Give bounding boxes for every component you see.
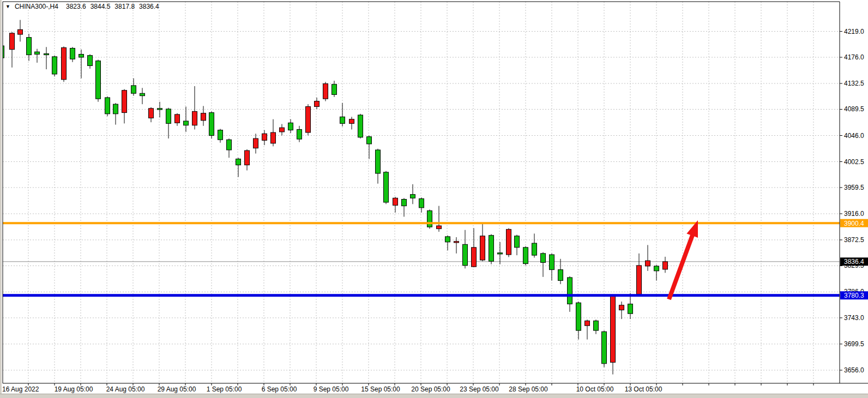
candle-up (384, 172, 389, 202)
candle-up (427, 210, 432, 227)
date-label: 29 Aug 05:00 (158, 385, 196, 393)
date-label: 24 Aug 05:00 (106, 385, 145, 393)
date-label: 9 Sep 05:00 (314, 385, 349, 393)
candle-down (18, 29, 23, 34)
candle-up (131, 86, 136, 93)
candle-down (619, 305, 624, 310)
candle-down (472, 248, 477, 267)
candle-down (323, 84, 328, 99)
candle-down (271, 132, 276, 143)
symbol-ohlc-header: ▼ CHINA300-,H4 3823.6 3844.5 3817.8 3836… (5, 3, 164, 10)
candlestick-chart-canvas[interactable]: 4219.04176.04132.54089.54046.04002.53959… (0, 0, 868, 398)
candle-up (445, 237, 450, 242)
price-tick-label: 3699.5 (844, 340, 864, 348)
candle-up (498, 253, 503, 254)
candle-down (245, 150, 250, 165)
current-price-line-badge-label: 3836.4 (844, 258, 864, 266)
candle-up (218, 130, 223, 140)
candle-up (288, 123, 293, 130)
date-label: 15 Sep 05:00 (361, 385, 400, 393)
price-tick-label: 4132.5 (844, 80, 864, 87)
price-tick-label: 4176.0 (844, 53, 864, 61)
candle-up (209, 113, 214, 136)
support-line-badge-label: 3780.3 (844, 292, 864, 299)
candle-up (297, 129, 302, 139)
candle-up (236, 159, 241, 165)
candle-up (113, 104, 118, 114)
candle-down (315, 101, 320, 107)
candle-up (402, 200, 407, 206)
candle-up (0, 46, 4, 58)
candle-up (88, 56, 93, 66)
resistance-line-badge-label: 3900.4 (844, 220, 864, 227)
date-label: 16 Aug 2022 (2, 385, 39, 393)
candle-up (340, 117, 345, 123)
candle-up (105, 98, 110, 114)
price-tick-label: 3959.5 (844, 184, 864, 191)
chart-window: 4219.04176.04132.54089.54046.04002.53959… (0, 0, 868, 398)
candle-up (332, 85, 337, 95)
candle-down (646, 261, 650, 266)
low-value: 3817.8 (114, 3, 135, 10)
candle-down (663, 262, 668, 269)
candle-up (654, 266, 659, 271)
candle-down (507, 230, 511, 255)
price-tick-label: 3916.0 (844, 210, 864, 218)
window-bottom-edge (0, 394, 868, 398)
candle-down (454, 242, 459, 243)
candle-down (122, 91, 127, 113)
candle-up (568, 278, 572, 304)
candle-up (367, 137, 372, 144)
candle-down (201, 113, 206, 120)
candles-layer[interactable] (0, 20, 668, 375)
candle-up (44, 53, 49, 55)
candle-up (489, 236, 494, 261)
candle-up (515, 236, 520, 248)
date-label: 20 Sep 05:00 (411, 385, 450, 393)
chevron-down-icon[interactable]: ▼ (5, 3, 10, 10)
candle-up (523, 248, 528, 264)
date-label: 19 Aug 05:00 (55, 385, 93, 393)
candle-up (628, 304, 633, 314)
candle-up (52, 57, 57, 74)
candle-up (463, 244, 468, 266)
candle-down (262, 134, 267, 140)
candle-up (35, 52, 40, 54)
date-label: 10 Oct 05:00 (576, 385, 614, 393)
candle-down (349, 119, 354, 124)
date-label: 13 Oct 05:00 (625, 385, 662, 393)
candle-up (576, 303, 581, 330)
candle-down (149, 108, 154, 118)
candle-down (280, 128, 285, 132)
symbol-label: CHINA300-,H4 (15, 3, 58, 10)
candle-up (550, 255, 554, 270)
candle-up (184, 121, 189, 125)
candle-down (611, 296, 616, 363)
candle-down (437, 226, 442, 229)
candle-down (393, 198, 398, 205)
candle-up (411, 195, 415, 198)
price-tick-label: 4046.0 (844, 132, 864, 140)
candle-up (96, 61, 101, 99)
candle-down (192, 111, 197, 125)
candle-up (558, 270, 563, 281)
candle-down (254, 138, 258, 148)
date-label: 6 Sep 05:00 (262, 385, 297, 393)
candle-down (175, 114, 180, 123)
price-tick-label: 3872.5 (844, 236, 864, 244)
date-label: 28 Sep 05:00 (509, 385, 548, 393)
candle-up (419, 198, 424, 208)
date-label: 1 Sep 05:00 (207, 385, 242, 393)
candle-up (602, 331, 607, 363)
close-value: 3836.4 (139, 3, 159, 10)
candle-down (480, 236, 485, 260)
candle-down (10, 33, 15, 50)
candle-up (79, 55, 84, 58)
candle-down (62, 47, 67, 79)
candle-down (637, 266, 642, 294)
price-tick-label: 4002.5 (844, 158, 864, 166)
price-tick-label: 3743.0 (844, 314, 864, 322)
candle-up (358, 115, 363, 137)
candle-up (594, 321, 599, 330)
price-tick-label: 4089.5 (844, 105, 864, 113)
